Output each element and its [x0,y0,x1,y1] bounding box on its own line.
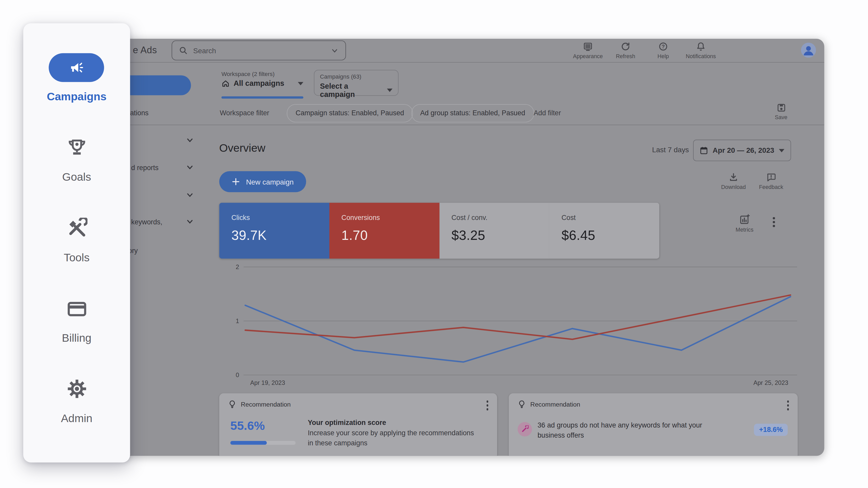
recommendation-card-optimization[interactable]: Recommendation 55.6% Your optimization s… [219,393,497,456]
svg-text:?: ? [661,44,665,49]
help-button[interactable]: ? Help [644,41,682,59]
home-icon [221,79,230,87]
download-button[interactable]: Download [716,172,751,190]
uplift-badge: +18.6% [754,424,788,436]
save-button[interactable]: Save [768,103,794,120]
add-filter-link[interactable]: Add filter [534,109,561,117]
help-label: Help [657,53,669,59]
appearance-icon [583,41,593,52]
screen: e Ads Search Appearance [0,0,868,488]
svg-text:Apr 25, 2023: Apr 25, 2023 [753,379,788,386]
gear-icon[interactable] [23,378,130,399]
date-range-value: Apr 20 — 26, 2023 [713,146,774,154]
bg-nav-item-keywords-partial[interactable]: keywords, [131,218,162,226]
trophy-icon[interactable] [23,137,130,158]
svg-text:2: 2 [236,264,239,270]
sidebar-label-tools[interactable]: Tools [23,252,130,264]
page-title: Overview [219,142,266,154]
scorecard-clicks[interactable]: Clicks 39.7K [219,203,330,258]
ad-group-status-chip[interactable]: Ad group status: Enabled, Pasued [411,104,534,122]
calendar-icon [700,146,708,154]
workspace-select[interactable]: Workspace (2 filters) All campaigns [221,70,303,87]
optimization-progress-fill [230,441,267,445]
svg-text:Apr 19, 2023: Apr 19, 2023 [250,379,285,386]
chevron-down-icon[interactable] [186,163,194,171]
appearance-label: Appearance [573,53,603,59]
scorecard-cost-per-conv[interactable]: Cost / conv. $3.25 [439,203,549,258]
date-range-label: Last 7 days [652,146,689,154]
sidebar-label-admin[interactable]: Admin [23,412,130,425]
scorecard-value: $6.45 [561,228,659,243]
campaign-status-chip[interactable]: Campaign status: Enabled, Paused [287,104,413,122]
credit-card-icon[interactable] [23,298,130,319]
avatar[interactable] [801,42,816,58]
svg-text:0: 0 [236,372,239,378]
recommendation-title: Recommendation [241,401,291,407]
recommendation-menu[interactable] [487,400,489,410]
scorecard-label: Clicks [231,214,330,222]
chevron-down-icon[interactable] [186,191,194,199]
search-input[interactable]: Search [172,40,346,60]
tools-icon[interactable] [23,218,130,238]
feedback-label: Feedback [759,184,783,190]
topbar-divider [116,62,824,62]
scorecard-cost[interactable]: Cost $6.45 [549,203,659,258]
notifications-button[interactable]: Notifications [682,41,720,59]
download-icon [728,172,739,182]
appearance-button[interactable]: Appearance [569,41,607,59]
refresh-button[interactable]: Refresh [607,41,645,59]
scorecard-conversions[interactable]: Conversions 1.70 [329,203,439,258]
google-ads-window: e Ads Search Appearance [116,39,824,456]
new-campaign-label: New campaign [246,178,294,186]
recommendation-menu[interactable] [787,400,789,410]
notifications-label: Notifications [686,53,716,59]
workspace-active-underline [221,96,303,98]
chevron-down-icon[interactable] [331,46,339,55]
save-label: Save [775,114,787,120]
sidebar-label-campaigns[interactable]: Campaigns [23,90,130,103]
lightbulb-icon [228,400,237,408]
recommendation-heading: Your optimization score [308,419,479,427]
metrics-icon [739,214,750,225]
campaign-select-label: Campaigns (63) [320,73,393,80]
scorecard-label: Cost / conv. [452,214,550,222]
scorecard-value: $3.25 [452,228,550,243]
topbar-actions: Appearance Refresh ? Help [569,41,720,59]
main-nav-sidebar: Campaigns Goals Tools Bill [23,23,130,462]
campaign-select[interactable]: Campaigns (63) Select a campaign [314,70,399,96]
new-campaign-button[interactable]: New campaign [219,171,306,192]
help-icon: ? [658,41,668,52]
megaphone-icon [69,60,84,75]
metrics-label: Metrics [736,226,753,233]
chevron-down-icon[interactable] [186,218,194,225]
bell-icon [696,41,706,52]
lightbulb-icon [518,400,526,408]
chevron-down-icon[interactable] [186,136,194,144]
sidebar-label-goals[interactable]: Goals [23,171,130,183]
dropdown-arrow-icon [387,89,393,92]
overview-line-chart: 210Apr 19, 2023Apr 25, 2023 [234,260,804,391]
dropdown-arrow-icon [779,149,784,152]
scorecards: Clicks 39.7K Conversions 1.70 Cost / con… [219,203,659,258]
search-placeholder: Search [193,46,216,55]
sidebar-label-billing[interactable]: Billing [23,332,130,345]
workspace-select-value: All campaigns [234,79,284,87]
scorecard-value: 1.70 [342,228,439,243]
recommendation-title: Recommendation [530,401,580,407]
scorecard-value: 39.7K [231,228,330,243]
save-icon [776,103,785,112]
dropdown-arrow-icon [298,82,303,85]
metrics-button[interactable]: Metrics [728,214,761,233]
scorecard-label: Conversions [342,214,439,222]
workspace-filter-link[interactable]: Workspace filter [220,109,270,117]
workspace-select-label: Workspace (2 filters) [221,70,303,77]
feedback-button[interactable]: Feedback [753,172,789,190]
recommendation-card-keywords[interactable]: Recommendation 36 ad groups do not have … [509,393,798,456]
date-range-picker[interactable]: Apr 20 — 26, 2023 [693,140,791,161]
sidebar-item-campaigns[interactable] [49,53,104,82]
feedback-icon [766,172,776,182]
search-icon [179,46,188,55]
bg-nav-item-reports-partial[interactable]: d reports [131,164,159,172]
chart-overflow-menu[interactable] [773,217,775,227]
svg-text:1: 1 [236,318,239,324]
